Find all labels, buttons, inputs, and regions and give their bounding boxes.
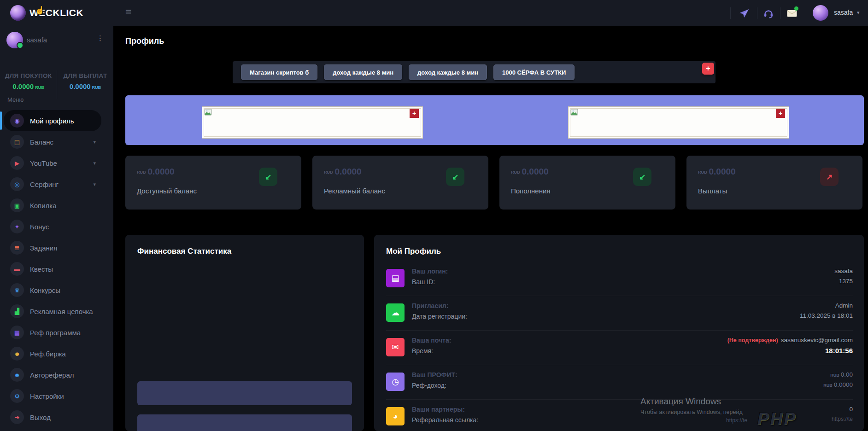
payouts-balance: ДЛЯ ВЫПЛАТ 0.0000RUB [57, 70, 113, 99]
promo-tab-income-8min-2[interactable]: доход каждые 8 мин [409, 64, 487, 80]
cloud-download-icon: ☁ [386, 303, 405, 322]
amount: 0.00 [841, 371, 853, 378]
document-icon: ▤ [386, 269, 405, 287]
row-values: (Не подтвержден)sasanuskevic@gmail.com 1… [727, 337, 853, 355]
deposit-arrow-button[interactable]: ↙ [446, 168, 464, 186]
profile-row-login: ▤ Ваш логин: Ваш ID: sasafa 1375 [386, 262, 853, 296]
tasks-icon: ≣ [10, 241, 24, 255]
sidebar-item-label: Выход [30, 414, 51, 421]
currency-label: RUB [698, 170, 707, 175]
balance-icon-glyph: ▤ [14, 139, 20, 146]
purchases-balance: ДЛЯ ПОКУПОК 0.0000RUB [0, 70, 57, 99]
sidebar-user-name: sasafa [27, 36, 47, 44]
currency-label: RUB [137, 170, 146, 175]
sidebar-item-surfing[interactable]: ◎ Серфинг ▾ [4, 174, 101, 195]
card-payouts: RUB0.0000 Выплаты ↗ [686, 156, 862, 210]
ad-banner-placeholder[interactable]: + [568, 106, 789, 139]
notification-dot [794, 6, 798, 11]
ref-income-value: RUB0.0000 [823, 381, 853, 388]
piggybank-icon-glyph: ▣ [14, 202, 20, 209]
sidebar-item-settings[interactable]: ⚙ Настройки [4, 385, 101, 407]
amount: 0.0000 [834, 381, 853, 388]
row-values: RUB0.00 RUB0.0000 [823, 371, 853, 388]
hamburger-menu-icon[interactable]: ≡ [125, 6, 131, 18]
user-avatar[interactable] [813, 5, 828, 21]
sidebar-item-label: Копилка [30, 202, 57, 210]
add-promo-button[interactable]: + [702, 63, 714, 75]
quests-icon: ▬ [10, 262, 24, 276]
sidebar-item-label: YouTube [30, 159, 57, 167]
ref-program-icon: ▦ [10, 326, 24, 339]
amount: 0.0000 [522, 167, 549, 176]
promo-tab-script-shop[interactable]: Магазин скриптов б [241, 64, 317, 80]
login-label: Ваш логин: [412, 268, 448, 275]
id-value: 1375 [834, 278, 853, 285]
sidebar-item-label: Конкурсы [30, 286, 60, 294]
chevron-down-icon[interactable]: ▾ [93, 139, 96, 145]
sidebar-item-logout[interactable]: ➔ Выход [4, 407, 101, 428]
settings-icon-glyph: ⚙ [14, 393, 20, 400]
youtube-icon: ▶ [10, 156, 24, 170]
row-labels: Ваш логин: Ваш ID: [412, 268, 448, 285]
chevron-down-icon[interactable]: ▾ [857, 10, 860, 16]
sidebar-item-label: Баланс [30, 138, 53, 146]
chevron-down-icon[interactable]: ▾ [93, 160, 96, 166]
sidebar-item-label: Мой профиль [30, 117, 74, 125]
ad-banner-placeholder[interactable]: + [202, 106, 423, 139]
sidebar-item-tasks[interactable]: ≣ Задания [4, 237, 101, 258]
user-menu[interactable]: sasafa [834, 9, 853, 16]
email-address: sasanuskevic@gmail.com [781, 337, 853, 344]
card-label: Пополнения [511, 187, 550, 195]
deposit-arrow-button[interactable]: ↙ [259, 168, 277, 186]
sidebar-item-piggybank[interactable]: ▣ Копилка [4, 195, 101, 216]
support-headset-icon[interactable] [762, 7, 775, 20]
sidebar-item-youtube[interactable]: ▶ YouTube ▾ [4, 152, 101, 174]
purchases-amount: 0.0000 [12, 82, 34, 90]
card-value: RUB0.0000 [511, 167, 549, 177]
youtube-icon-glyph: ▶ [15, 160, 19, 167]
logo[interactable]: WECKLICK [10, 5, 83, 21]
sidebar-item-ref-exchange[interactable]: ☻ Реф.биржа [4, 343, 101, 364]
mail-icon[interactable] [786, 7, 798, 20]
row-labels: Ваш ПРОФИТ: Реф-доход: [412, 371, 457, 389]
sidebar-item-ad-chain[interactable]: ▟ Рекламная цепочка [4, 301, 101, 322]
sidebar-item-autoreferral[interactable]: ☻ Автореферал [4, 364, 101, 385]
sidebar-item-my-profile[interactable]: ◉ Мой профиль [4, 110, 101, 131]
sidebar-item-contests[interactable]: ♛ Конкурсы [4, 280, 101, 301]
promo-tab-1000-surf[interactable]: 1000 СЁРФА В СУТКИ [493, 64, 575, 80]
promo-tab-income-8min-1[interactable]: доход каждые 8 мин [324, 64, 402, 80]
profile-rows: ▤ Ваш логин: Ваш ID: sasafa 1375 ☁ Пригл… [386, 262, 853, 431]
finance-legend-bar [137, 381, 352, 405]
add-banner-button[interactable]: + [410, 109, 419, 118]
windows-activation-title: Активация Windows [640, 396, 721, 407]
sidebar-item-quests[interactable]: ▬ Квесты [4, 258, 101, 280]
sidebar-item-label: Серфинг [30, 181, 59, 188]
withdraw-arrow-button[interactable]: ↗ [820, 168, 839, 186]
sidebar-item-label: Квесты [30, 265, 53, 273]
sidebar-user-options-icon[interactable]: ⋮ [97, 34, 104, 42]
ref-income-label: Реф-доход: [412, 382, 457, 389]
ad-banner-strip: + + [125, 95, 864, 145]
sidebar-user-avatar[interactable] [6, 32, 23, 48]
add-banner-button[interactable]: + [776, 109, 785, 118]
chevron-down-icon[interactable]: ▾ [93, 181, 96, 187]
profile-row-inviter: ☁ Пригласил: Дата регистрации: Admin 11.… [386, 296, 853, 331]
sidebar-item-bonus[interactable]: ✦ Бонус [4, 216, 101, 237]
card-value: RUB0.0000 [137, 167, 175, 177]
row-values: sasafa 1375 [834, 268, 853, 285]
finance-panel-title: Финансовая Статистика [137, 247, 231, 256]
row-labels: Ваши партнеры: Реферальная ссылка: [412, 406, 478, 424]
card-deposits: RUB0.0000 Пополнения ↙ [499, 156, 675, 210]
profile-row-email: ✉ Ваша почта: Время: (Не подтвержден)sas… [386, 331, 853, 365]
telegram-icon[interactable] [738, 7, 751, 20]
card-label: Доступный баланс [137, 187, 197, 195]
card-label: Выплаты [698, 187, 727, 195]
card-value: RUB0.0000 [698, 167, 736, 177]
sidebar-item-balance[interactable]: ▤ Баланс ▾ [4, 131, 101, 152]
sidebar-item-ref-program[interactable]: ▦ Реф программа [4, 322, 101, 343]
time-label: Время: [412, 347, 451, 355]
my-profile-panel: Мой Профиль ▤ Ваш логин: Ваш ID: sasafa … [374, 235, 864, 431]
card-available-balance: RUB0.0000 Доступный баланс ↙ [125, 156, 301, 210]
deposit-arrow-button[interactable]: ↙ [633, 168, 651, 186]
profile-panel-title: Мой Профиль [386, 247, 441, 256]
